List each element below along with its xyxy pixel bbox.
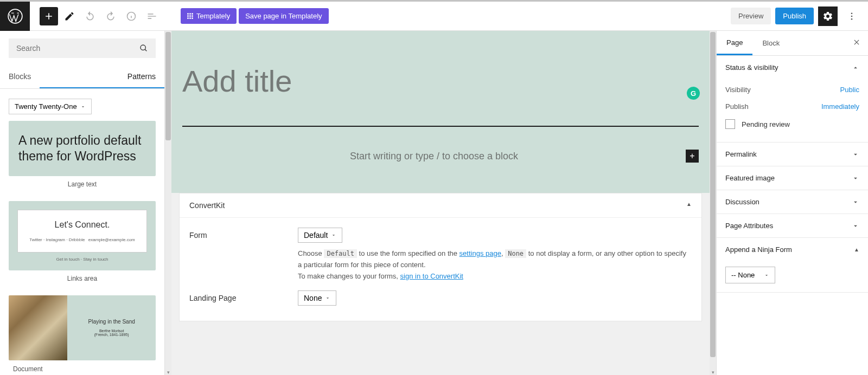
save-templately-button[interactable]: Save page in Templately <box>239 8 328 24</box>
panel-status[interactable]: Status & visibility <box>717 56 868 79</box>
tab-page[interactable]: Page <box>717 31 752 55</box>
publish-value[interactable]: Immediately <box>821 102 859 111</box>
chevron-down-icon <box>852 222 859 230</box>
block-inserter: Blocks Patterns Twenty Twenty-One A new … <box>0 31 165 375</box>
close-settings-icon[interactable] <box>845 38 868 48</box>
chevron-down-icon <box>331 232 336 238</box>
settings-button[interactable] <box>818 7 838 26</box>
chevron-down-icon <box>852 151 859 158</box>
templately-button[interactable]: Templately <box>181 8 237 24</box>
chevron-down-icon <box>325 295 330 301</box>
panel-ninja-form[interactable]: Append a Ninja Form▲ <box>717 238 868 261</box>
caret-up-icon: ▲ <box>854 247 859 253</box>
templately-icon <box>187 13 193 19</box>
publish-label: Publish <box>725 102 749 111</box>
panel-page-attributes[interactable]: Page Attributes <box>717 214 868 237</box>
preview-button[interactable]: Preview <box>731 8 771 24</box>
block-prompt[interactable]: Start writing or type / to choose a bloc… <box>182 151 686 162</box>
pattern-links-area[interactable]: Let's Connect. Twitter · Instagram · Dri… <box>9 201 156 290</box>
outline-icon[interactable] <box>143 7 161 25</box>
svg-point-2 <box>851 12 853 14</box>
add-block-button[interactable] <box>40 7 58 25</box>
post-title-input[interactable]: Add title G <box>171 63 710 126</box>
chevron-down-icon <box>80 104 86 109</box>
scrollbar[interactable]: ▴▾ <box>710 31 716 375</box>
convertkit-toggle[interactable]: ConvertKit ▲ <box>180 193 701 218</box>
pending-review-checkbox[interactable] <box>725 119 735 129</box>
edit-icon[interactable] <box>60 7 79 25</box>
svg-point-3 <box>851 15 853 17</box>
scrollbar[interactable]: ▴▾ <box>165 31 171 375</box>
visibility-value[interactable]: Public <box>840 86 859 94</box>
form-select[interactable]: Default <box>298 228 342 243</box>
signin-convertkit-link[interactable]: sign in to ConvertKit <box>400 272 463 280</box>
panel-discussion[interactable]: Discussion <box>717 190 868 214</box>
landing-label: Landing Page <box>189 290 298 311</box>
document-label: Document <box>13 365 43 373</box>
pending-review-label: Pending review <box>742 120 790 128</box>
convertkit-metabox: ConvertKit ▲ Form Default Choose Default… <box>179 193 702 321</box>
top-toolbar: Templately Save page in Templately Previ… <box>0 2 868 31</box>
more-menu-icon[interactable] <box>842 7 861 26</box>
add-block-inline[interactable]: + <box>686 150 699 163</box>
redo-icon[interactable] <box>101 7 120 25</box>
grammarly-icon[interactable]: G <box>687 87 700 100</box>
panel-featured-image[interactable]: Featured image <box>717 166 868 190</box>
chevron-down-icon <box>852 174 859 182</box>
svg-point-4 <box>851 18 853 20</box>
pattern-large-text[interactable]: A new portfolio default theme for WordPr… <box>9 121 156 196</box>
settings-page-link[interactable]: settings page <box>459 249 501 257</box>
ninja-form-select[interactable]: -- None <box>725 267 775 283</box>
panel-permalink[interactable]: Permalink <box>717 143 868 166</box>
svg-point-5 <box>141 45 145 50</box>
visibility-label: Visibility <box>725 86 751 94</box>
wordpress-logo[interactable] <box>0 2 30 31</box>
tab-blocks[interactable]: Blocks <box>0 66 40 88</box>
theme-dropdown[interactable]: Twenty Twenty-One <box>9 99 92 114</box>
landing-select[interactable]: None <box>298 290 336 306</box>
info-icon[interactable] <box>122 7 141 25</box>
tab-block[interactable]: Block <box>752 31 789 55</box>
form-label: Form <box>189 228 298 282</box>
chevron-down-icon <box>764 273 769 278</box>
search-input[interactable] <box>9 38 156 58</box>
tab-patterns[interactable]: Patterns <box>119 66 164 88</box>
chevron-down-icon <box>852 198 859 206</box>
chevron-up-icon <box>852 64 859 72</box>
undo-icon[interactable] <box>81 7 99 25</box>
pattern-media-text[interactable]: Playing in the Sand Berthe Morisot (Fren… <box>9 295 156 360</box>
settings-sidebar: Page Block Status & visibility Visibilit… <box>716 31 868 375</box>
publish-button[interactable]: Publish <box>775 8 814 24</box>
caret-up-icon: ▲ <box>686 201 692 210</box>
search-icon <box>139 44 148 53</box>
